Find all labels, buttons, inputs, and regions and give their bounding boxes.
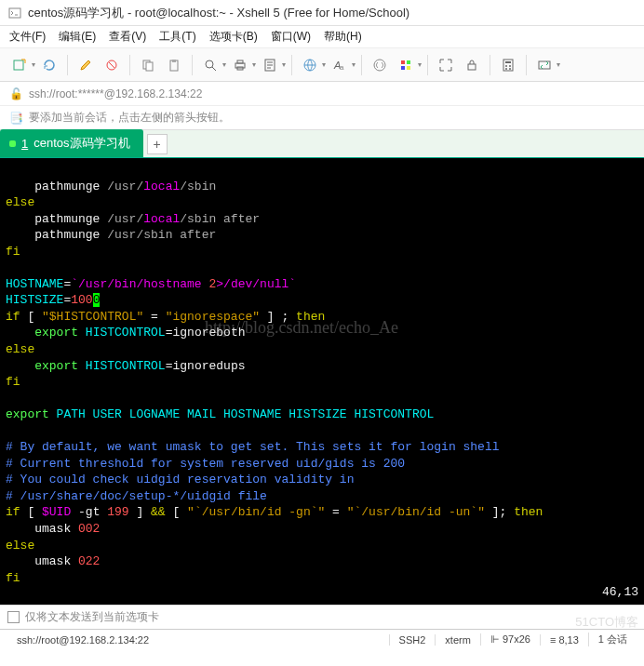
disconnect-button[interactable] <box>100 53 124 77</box>
svg-point-25 <box>505 68 507 70</box>
menu-tools[interactable]: 工具(T) <box>159 29 195 45</box>
dropdown-icon[interactable]: ▾ <box>322 60 326 69</box>
menubar: 文件(F) 编辑(E) 查看(V) 工具(T) 选项卡(B) 窗口(W) 帮助(… <box>0 26 644 48</box>
svg-rect-16 <box>401 60 405 64</box>
svg-point-23 <box>505 65 507 67</box>
svg-rect-1 <box>14 60 23 70</box>
send-label: 仅将文本发送到当前选项卡 <box>25 609 159 625</box>
svg-rect-19 <box>407 66 410 70</box>
tab-bar: 1 centos源码学习机 + <box>0 130 644 158</box>
new-session-button[interactable] <box>7 53 32 77</box>
menu-help[interactable]: 帮助(H) <box>324 29 362 45</box>
dropdown-icon[interactable]: ▾ <box>32 60 35 69</box>
status-cursor: ≡ 8,13 <box>540 634 588 646</box>
svg-rect-9 <box>237 60 243 63</box>
session-tab[interactable]: 1 centos源码学习机 <box>0 129 143 157</box>
menu-tabs[interactable]: 选项卡(B) <box>209 29 258 45</box>
bookmark-icon[interactable]: 📑 <box>9 112 23 125</box>
status-bar: ssh://root@192.168.2.134:22 SSH2 xterm ⊩… <box>0 629 644 649</box>
lock-button[interactable] <box>460 53 484 77</box>
copy-button[interactable] <box>136 53 160 77</box>
menu-view[interactable]: 查看(V) <box>109 29 146 45</box>
color-button[interactable] <box>394 53 418 77</box>
hint-bar: 📑 要添加当前会话，点击左侧的箭头按钮。 <box>0 106 644 130</box>
toolbar: ▾ ▾ ▾ ▾ ▾ Aa▾ ▾ ▾ <box>0 48 644 82</box>
dropdown-icon[interactable]: ▾ <box>222 60 226 69</box>
font-button[interactable]: Aa <box>328 53 352 77</box>
paste-button[interactable] <box>162 53 186 77</box>
corner-watermark: 51CTO博客 <box>575 614 638 631</box>
terminal[interactable]: pathmunge /usr/local/sbin else pathmunge… <box>0 158 644 605</box>
svg-rect-17 <box>407 60 410 64</box>
svg-rect-20 <box>468 64 476 70</box>
menu-window[interactable]: 窗口(W) <box>271 29 311 45</box>
hint-text: 要添加当前会话，点击左侧的箭头按钮。 <box>29 110 230 126</box>
tab-number: 1 <box>21 137 28 151</box>
app-icon <box>7 6 22 20</box>
search-button[interactable] <box>198 53 222 77</box>
tab-label: centos源码学习机 <box>34 135 129 152</box>
dropdown-icon[interactable]: ▾ <box>557 60 560 69</box>
address-bar: 🔓 ssh://root:******@192.168.2.134:22 <box>0 82 644 106</box>
window-title: centos源码学习机 - root@localhost:~ - Xshell … <box>28 5 409 21</box>
add-tab-button[interactable]: + <box>147 134 168 154</box>
properties-button[interactable] <box>258 53 282 77</box>
menu-file[interactable]: 文件(F) <box>9 29 46 45</box>
svg-text:a: a <box>340 63 344 72</box>
address-text[interactable]: ssh://root:******@192.168.2.134:22 <box>29 87 202 100</box>
svg-rect-18 <box>401 66 405 70</box>
dropdown-icon[interactable]: ▾ <box>352 60 356 69</box>
status-sessions: 1 会话 <box>588 633 637 646</box>
fullscreen-button[interactable] <box>434 53 458 77</box>
svg-point-26 <box>509 68 511 70</box>
svg-rect-21 <box>503 60 513 71</box>
dropdown-icon[interactable]: ▾ <box>418 60 422 69</box>
svg-point-15 <box>374 60 385 71</box>
status-connection: ssh://root@192.168.2.134:22 <box>7 634 389 646</box>
titlebar: centos源码学习机 - root@localhost:~ - Xshell … <box>0 0 644 26</box>
status-size: ⊩ 97x26 <box>480 633 540 646</box>
dropdown-icon[interactable]: ▾ <box>252 60 256 69</box>
send-bar: 仅将文本发送到当前选项卡 <box>0 605 644 629</box>
status-protocol: SSH2 <box>389 634 436 646</box>
svg-point-24 <box>509 65 511 67</box>
send-checkbox[interactable] <box>7 611 20 623</box>
status-term: xterm <box>435 634 480 646</box>
globe-button[interactable] <box>298 53 322 77</box>
svg-rect-22 <box>505 61 511 63</box>
svg-point-7 <box>206 60 213 68</box>
edit-button[interactable] <box>74 53 98 77</box>
print-button[interactable] <box>228 53 252 77</box>
reconnect-button[interactable] <box>37 53 61 77</box>
script-button[interactable] <box>368 53 392 77</box>
dropdown-icon[interactable]: ▾ <box>282 60 286 69</box>
status-dot-icon <box>9 140 16 147</box>
svg-rect-6 <box>172 60 176 62</box>
cursor-position: 46,13 <box>602 584 638 601</box>
calc-button[interactable] <box>496 53 520 77</box>
svg-rect-0 <box>9 8 20 18</box>
svg-rect-27 <box>539 61 550 69</box>
svg-rect-4 <box>146 62 153 71</box>
menu-edit[interactable]: 编辑(E) <box>59 29 96 45</box>
transfer-button[interactable] <box>532 53 557 77</box>
lock-icon: 🔓 <box>9 87 23 100</box>
